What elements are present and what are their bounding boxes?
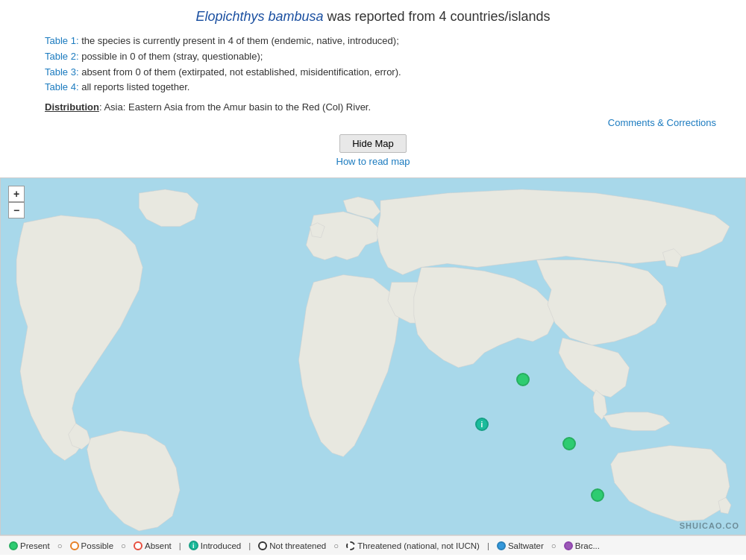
world-map-svg — [1, 178, 745, 535]
distribution-text: : Asia: Eastern Asia from the Amur basin… — [99, 101, 371, 113]
possible-label: Possible — [81, 541, 113, 550]
brackish-icon — [564, 541, 573, 550]
divider7: ○ — [551, 541, 557, 550]
present-label: Present — [20, 541, 50, 550]
absent-icon — [134, 541, 142, 550]
legend-possible: Possible — [70, 541, 113, 550]
marker-russia[interactable] — [516, 373, 530, 386]
comments-corrections-link[interactable]: Comments & Corrections — [608, 117, 716, 128]
page-wrapper: Elopichthys bambusa was reported from 4 … — [0, 0, 746, 560]
hide-map-button[interactable]: Hide Map — [339, 134, 407, 153]
not-threatened-label: Not threatened — [269, 541, 326, 550]
distribution-label: Distribution — [45, 101, 99, 113]
legend-not-threatened: Not threatened — [258, 541, 326, 550]
comments-corrections-container: Comments & Corrections — [15, 117, 731, 128]
brackish-label: Brac... — [575, 541, 600, 550]
saltwater-label: Saltwater — [508, 541, 544, 550]
saltwater-icon — [497, 541, 506, 550]
zoom-in-button[interactable]: + — [8, 186, 25, 202]
legend-threatened: Threatened (national, not IUCN) — [346, 541, 480, 550]
legend-introduced: i Introduced — [189, 541, 241, 550]
divider2: ○ — [121, 541, 126, 550]
legend-absent: Absent — [134, 541, 172, 550]
legend-saltwater: Saltwater — [497, 541, 544, 550]
table4-text: all reports listed together. — [79, 81, 190, 92]
absent-label: Absent — [145, 541, 172, 550]
divider3: | — [179, 541, 181, 550]
zoom-out-button[interactable]: − — [8, 202, 25, 218]
table4-link[interactable]: Table 4: — [45, 81, 79, 92]
how-to-read-link[interactable]: How to read map — [336, 156, 410, 167]
species-name: Elopichthys bambusa — [195, 9, 323, 24]
divider6: | — [487, 541, 489, 550]
table3-text: absent from 0 of them (extirpated, not e… — [79, 66, 401, 78]
marker-kazakhstan[interactable]: i — [475, 418, 489, 431]
legend-bar: Present ○ Possible ○ Absent | i Introduc… — [0, 535, 746, 555]
map-controls: Hide Map — [15, 134, 731, 153]
threatened-icon — [346, 541, 355, 550]
table1-text: the species is currently present in 4 of… — [79, 35, 399, 46]
distribution-line: Distribution: Asia: Eastern Asia from th… — [15, 101, 731, 113]
not-threatened-icon — [258, 541, 267, 550]
legend-brackish: Brac... — [564, 541, 600, 550]
divider5: ○ — [333, 541, 339, 550]
marker-southeast-asia[interactable] — [591, 488, 604, 502]
watermark: SHUICAO.CO — [680, 521, 739, 530]
marker-china[interactable] — [562, 437, 576, 450]
table2-text: possible in 0 of them (stray, questionab… — [79, 51, 263, 62]
possible-icon — [70, 541, 79, 550]
table2-link[interactable]: Table 2: — [45, 51, 79, 62]
introduced-icon: i — [189, 541, 198, 550]
how-to-read-container: How to read map — [15, 156, 731, 167]
zoom-controls: + − — [8, 186, 25, 218]
threatened-label: Threatened (national, not IUCN) — [357, 541, 480, 550]
page-title: Elopichthys bambusa was reported from 4 … — [15, 9, 731, 25]
table1-link[interactable]: Table 1: — [45, 35, 79, 46]
header-section: Elopichthys bambusa was reported from 4 … — [0, 0, 746, 177]
present-icon — [9, 541, 18, 550]
table3-link[interactable]: Table 3: — [45, 66, 79, 78]
map-container[interactable]: + − — [0, 177, 746, 535]
introduced-label: Introduced — [201, 541, 241, 550]
divider1: ○ — [57, 541, 63, 550]
divider4: | — [248, 541, 251, 550]
info-block: Table 1: the species is currently presen… — [15, 34, 731, 95]
legend-present: Present — [9, 541, 50, 550]
